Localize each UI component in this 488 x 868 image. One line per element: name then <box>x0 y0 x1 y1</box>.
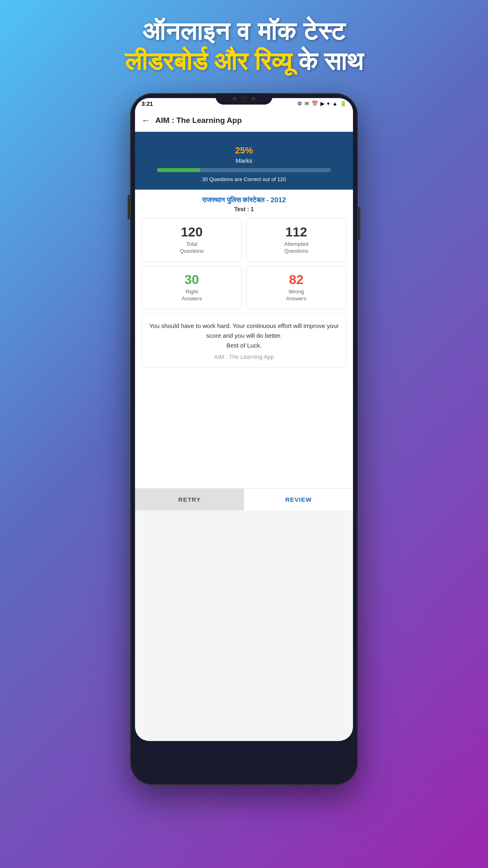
app-title: AIM : The Learning App <box>155 116 242 125</box>
motivation-app-name: AIM : The Learning App <box>148 354 340 360</box>
phone-wrapper: 3:21 ⚙ ✉ 📅 ▶ ▾ ▲ 🔋 ← AIM : The Learning … <box>0 93 488 785</box>
battery-icon: 🔋 <box>340 101 346 107</box>
app-header: ← AIM : The Learning App <box>135 109 353 132</box>
score-description: 30 Questions are Correct out of 120 <box>142 176 346 182</box>
motivation-text: You should have to work hard. Your conti… <box>148 321 340 350</box>
test-subtitle: Test : 1 <box>142 206 346 212</box>
signal-icon: ▲ <box>332 101 338 107</box>
attempted-questions-label: AttemptedQuestions <box>251 241 341 255</box>
email-icon: ✉ <box>305 101 309 107</box>
percent-symbol: % <box>245 145 253 155</box>
phone-frame: 3:21 ⚙ ✉ 📅 ▶ ▾ ▲ 🔋 ← AIM : The Learning … <box>130 93 358 785</box>
retry-button[interactable]: RETRY <box>135 489 244 510</box>
score-number: 25 <box>235 145 245 155</box>
hero-section: ऑनलाइन व मॉक टेस्ट लीडरबोर्ड और रिव्यू क… <box>0 0 488 85</box>
progress-bar-container <box>157 168 331 172</box>
wrong-answers-number: 82 <box>251 273 341 287</box>
status-bar-right: ⚙ ✉ 📅 ▶ ▾ ▲ 🔋 <box>297 101 346 107</box>
back-button[interactable]: ← <box>142 115 150 126</box>
stat-card-attempted: 112 AttemptedQuestions <box>246 218 346 262</box>
progress-bar-fill <box>157 168 200 172</box>
attempted-questions-number: 112 <box>251 225 341 239</box>
stats-grid: 120 TotalQuestions 112 AttemptedQuestion… <box>142 218 346 309</box>
notch-camera <box>240 95 248 103</box>
stat-card-wrong: 82 WrongAnswers <box>246 266 346 309</box>
hero-line1: ऑनलाइन व मॉक टेस्ट <box>8 16 480 46</box>
stat-card-right: 30 RightAnswers <box>142 266 242 309</box>
status-time: 3:21 <box>142 101 153 107</box>
stat-card-total: 120 TotalQuestions <box>142 218 242 262</box>
hero-line2-yellow: लीडरबोर्ड और रिव्यू <box>125 47 292 75</box>
notch-dot-small <box>233 97 237 101</box>
settings-icon: ⚙ <box>297 101 302 107</box>
phone-notch <box>216 93 272 105</box>
hero-line2: लीडरबोर्ड और रिव्यू के साथ <box>8 46 480 77</box>
wrong-answers-label: WrongAnswers <box>251 289 341 302</box>
side-button-left <box>128 195 130 219</box>
notch-dot-small2 <box>251 97 255 101</box>
motivation-box: You should have to work hard. Your conti… <box>142 313 346 368</box>
phone-screen: 3:21 ⚙ ✉ 📅 ▶ ▾ ▲ 🔋 ← AIM : The Learning … <box>135 98 353 741</box>
empty-space <box>135 374 353 488</box>
right-answers-label: RightAnswers <box>147 289 237 302</box>
total-questions-number: 120 <box>147 225 237 239</box>
bottom-buttons: RETRY REVIEW <box>135 488 353 510</box>
test-title: राजस्थान पुलिस कांस्टेबल - 2012 <box>142 196 346 204</box>
total-questions-label: TotalQuestions <box>147 241 237 255</box>
right-answers-number: 30 <box>147 273 237 287</box>
hero-line2-white: के साथ <box>292 47 363 75</box>
content-area: राजस्थान पुलिस कांस्टेबल - 2012 Test : 1… <box>135 190 353 374</box>
score-banner: 25% Marks 30 Questions are Correct out o… <box>135 132 353 190</box>
score-percent: 25% <box>142 140 346 157</box>
play-icon: ▶ <box>320 101 325 107</box>
wifi-icon: ▾ <box>327 101 330 107</box>
calendar-icon: 📅 <box>312 101 318 107</box>
review-button[interactable]: REVIEW <box>244 489 353 510</box>
side-button-right <box>358 207 360 240</box>
marks-label: Marks <box>142 157 346 164</box>
